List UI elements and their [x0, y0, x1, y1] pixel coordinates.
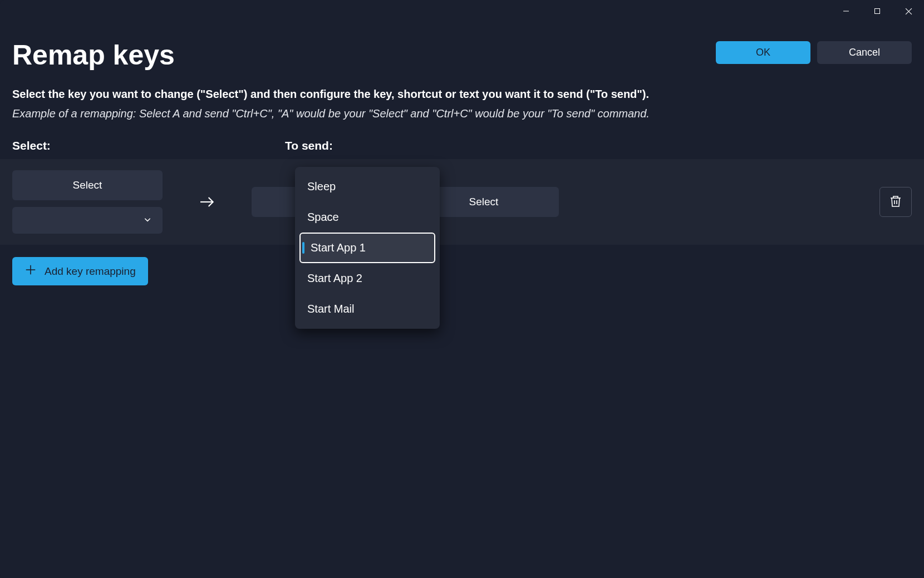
column-header-select: Select:	[12, 139, 285, 152]
window: Remap keys OK Cancel Select the key you …	[0, 0, 924, 578]
maximize-button[interactable]	[862, 0, 893, 22]
description-text: Select the key you want to change ("Sele…	[0, 82, 924, 104]
chevron-down-icon	[144, 215, 151, 226]
dropdown-item-start-mail[interactable]: Start Mail	[299, 294, 435, 324]
dropdown-item-start-app-1[interactable]: Start App 1	[299, 233, 435, 263]
key-dropdown-menu[interactable]: Sleep Space Start App 1 Start App 2 Star…	[295, 167, 440, 329]
dropdown-item-sleep[interactable]: Sleep	[299, 171, 435, 202]
dropdown-item-space[interactable]: Space	[299, 202, 435, 233]
add-button-label: Add key remapping	[45, 265, 136, 278]
page-title: Remap keys	[12, 39, 175, 71]
columns-header: Select: To send:	[0, 131, 924, 159]
minimize-button[interactable]	[830, 0, 862, 22]
header-row: Remap keys OK Cancel	[0, 22, 924, 82]
cancel-button[interactable]: Cancel	[817, 41, 912, 64]
example-text: Example of a remapping: Select A and sen…	[0, 104, 924, 131]
header-buttons: OK Cancel	[716, 41, 912, 64]
ok-button[interactable]: OK	[716, 41, 810, 64]
trash-box	[879, 187, 912, 217]
select-key-button[interactable]: Select	[12, 170, 163, 200]
add-key-remapping-button[interactable]: Add key remapping	[12, 257, 148, 285]
column-header-tosend: To send:	[285, 139, 912, 152]
select-group: Select	[12, 170, 163, 234]
trash-icon	[889, 195, 902, 210]
dropdown-item-start-app-2[interactable]: Start App 2	[299, 263, 435, 294]
mapping-row: Select Select	[0, 159, 924, 245]
titlebar	[0, 0, 924, 22]
arrow-icon	[163, 193, 252, 211]
close-button[interactable]	[893, 0, 924, 22]
plus-icon	[24, 264, 37, 279]
svg-rect-1	[875, 9, 880, 14]
add-row: Add key remapping	[0, 245, 924, 298]
delete-row-button[interactable]	[879, 187, 912, 217]
select-key-dropdown[interactable]	[12, 207, 163, 234]
